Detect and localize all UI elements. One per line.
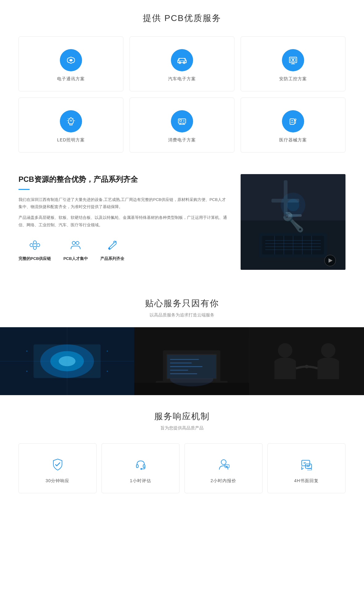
service-card-security[interactable]: 安防工控方案 — [241, 36, 345, 91]
svg-point-19 — [72, 241, 75, 244]
svg-point-9 — [295, 119, 296, 120]
svg-point-75 — [221, 460, 226, 465]
response-card-4h[interactable]: 4H书面回复 — [267, 443, 345, 493]
svg-line-16 — [36, 243, 37, 244]
auto-icon-circle — [171, 49, 193, 71]
response-card-2h[interactable]: 2小时内报价 — [184, 443, 263, 493]
advantage-para2: 产品涵盖多高层硬板、软板、软硬结合板、以及以特氟纶、金属基等特殊基材的各种类型制… — [19, 214, 228, 228]
auto-icon — [176, 54, 188, 66]
response-grid: 30分钟响应 1小时评估 — [19, 443, 345, 493]
service-card-auto[interactable]: 汽车电子方案 — [130, 36, 234, 91]
response-subtitle: 旨为您提供高品质产品 — [19, 425, 345, 431]
svg-point-12 — [37, 244, 40, 247]
caring-section: 贴心服务只因有你 以高品质服务为追求打造云端服务 — [0, 282, 364, 395]
caring-panel-sincere: 诚信 Sincerity — [249, 327, 364, 395]
product-series-icon — [105, 238, 120, 253]
pcb-robot-image — [241, 174, 345, 270]
electronic-icon-circle — [60, 49, 82, 71]
service-card-led[interactable]: LED照明方案 — [19, 98, 123, 152]
led-label: LED照明方案 — [57, 137, 85, 143]
medical-label: 医疗器械方案 — [279, 137, 307, 143]
caring-panel-specialty: 专业 Specialty — [0, 327, 134, 395]
svg-rect-71 — [249, 327, 364, 395]
caring-panel-efficient: 高效 Efficient — [134, 327, 249, 395]
svg-point-74 — [141, 468, 142, 470]
svg-rect-8 — [290, 119, 294, 124]
advantage-para1: 我们在深圳江西有制造厂引进了大量先进的设备,工艺成熟,工厂周边有完整的PCB供应… — [19, 196, 228, 211]
feature-supply-chain: 完整的PCB供应链 — [19, 238, 51, 262]
auto-label: 汽车电子方案 — [168, 76, 196, 82]
service-grid: 电子通讯方案 汽车电子方案 — [19, 36, 345, 152]
headset-icon — [132, 456, 149, 473]
caring-banner: 专业 Specialty — [0, 327, 364, 395]
svg-point-51 — [26, 370, 27, 372]
feature-talent-label: PCB人才集中 — [63, 256, 88, 262]
led-icon — [65, 115, 77, 127]
security-label: 安防工控方案 — [279, 76, 307, 82]
svg-point-5 — [292, 59, 294, 61]
svg-point-21 — [109, 248, 110, 249]
response-section: 服务响应机制 旨为您提供高品质产品 30分钟响应 — [0, 395, 364, 506]
svg-point-20 — [76, 241, 79, 244]
response-card-30min[interactable]: 30分钟响应 — [19, 443, 97, 493]
svg-line-18 — [33, 246, 34, 247]
led-icon-circle — [60, 110, 82, 132]
advantage-divider — [19, 189, 30, 190]
person-quote-icon — [215, 456, 232, 473]
svg-point-0 — [70, 59, 72, 61]
caring-title: 贴心服务只因有你 — [0, 298, 364, 309]
response-label-1h: 1小时评估 — [130, 478, 151, 484]
pcb-services-title: 提供 PCB优质服务 — [19, 12, 345, 24]
pcb-services-section: 提供 PCB优质服务 电子通讯方案 — [0, 0, 364, 162]
electronic-label: 电子通讯方案 — [57, 76, 85, 82]
svg-rect-7 — [180, 120, 182, 121]
svg-rect-72 — [136, 465, 138, 468]
shield-check-icon — [49, 456, 66, 473]
svg-point-50 — [107, 350, 108, 352]
service-card-consumer[interactable]: 消费电子方案 — [130, 98, 234, 152]
svg-point-11 — [33, 241, 36, 244]
consumer-icon-circle — [171, 110, 193, 132]
response-label-2h: 2小时内报价 — [211, 478, 237, 484]
consumer-label: 消费电子方案 — [168, 137, 196, 143]
advantage-section: PCB资源的整合优势，产品系列齐全 我们在深圳江西有制造厂引进了大量先进的设备,… — [0, 162, 364, 282]
caring-subtitle: 以高品质服务为追求打造云端服务 — [0, 312, 364, 318]
svg-rect-26 — [286, 214, 302, 217]
advantage-features: 完整的PCB供应链 PCB人才集中 — [19, 238, 228, 262]
consumer-icon — [176, 115, 188, 127]
security-icon — [287, 54, 299, 66]
response-title: 服务响应机制 — [19, 411, 345, 422]
chat-icon — [298, 456, 315, 473]
feature-talent: PCB人才集中 — [63, 238, 88, 262]
security-icon-circle — [282, 49, 304, 71]
svg-point-49 — [26, 350, 27, 352]
svg-line-15 — [33, 244, 34, 244]
feature-product-label: 产品系列齐全 — [100, 256, 124, 262]
advantage-text-block: PCB资源的整合优势，产品系列齐全 我们在深圳江西有制造厂引进了大量先进的设备,… — [19, 174, 228, 262]
response-card-1h[interactable]: 1小时评估 — [101, 443, 180, 493]
svg-point-52 — [107, 370, 108, 372]
medical-icon-circle — [282, 110, 304, 132]
svg-point-10 — [30, 244, 33, 247]
service-card-medical[interactable]: 医疗器械方案 — [241, 98, 345, 152]
advantage-title: PCB资源的整合优势，产品系列齐全 — [19, 174, 228, 185]
svg-point-39 — [287, 199, 299, 211]
feature-product: 产品系列齐全 — [100, 238, 124, 262]
supply-chain-icon — [27, 238, 42, 253]
response-label-30min: 30分钟响应 — [46, 478, 70, 484]
svg-line-17 — [36, 246, 37, 247]
talent-icon — [68, 238, 83, 253]
electronic-icon — [65, 54, 77, 66]
feature-supply-label: 完整的PCB供应链 — [19, 256, 51, 262]
service-card-electronic[interactable]: 电子通讯方案 — [19, 36, 123, 91]
medical-icon — [287, 115, 299, 127]
response-label-4h: 4H书面回复 — [294, 478, 319, 484]
